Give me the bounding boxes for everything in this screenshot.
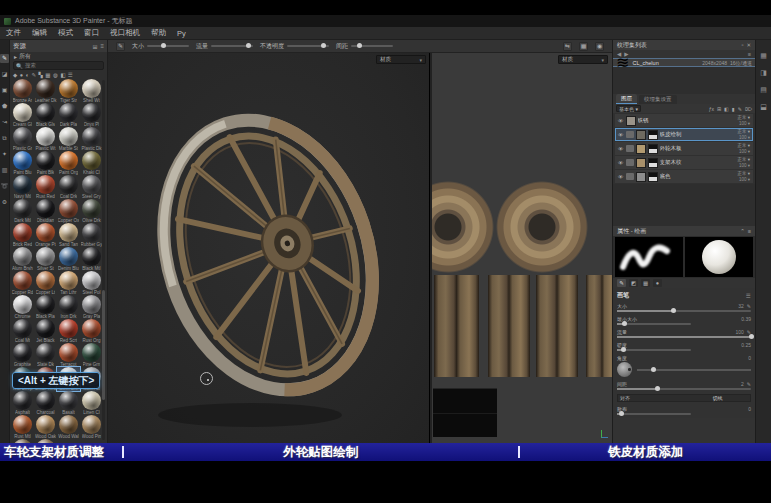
property-slider[interactable] (617, 323, 691, 325)
panel-close-icon[interactable]: ✕ (746, 42, 751, 48)
material-thumbnail[interactable]: Alum Brsh (11, 247, 34, 271)
toolbar-slider-track[interactable] (351, 45, 393, 47)
toolbar-slider-knob[interactable] (161, 43, 166, 48)
property-expression-icon[interactable]: ✎ (747, 303, 751, 309)
add-folder-icon[interactable]: ⊞ (717, 106, 721, 112)
material-thumbnail[interactable]: Slate Dk (34, 343, 57, 367)
material-thumbnail[interactable]: Basalt (57, 391, 80, 415)
material-thumbnail[interactable]: Linen Cl (80, 391, 103, 415)
display-dock-icon[interactable]: ◨ (760, 69, 767, 77)
material-thumbnail[interactable]: Dark Pla (57, 103, 80, 127)
stencil-tab-icon[interactable]: ▦ (641, 279, 650, 287)
add-fill-layer-icon[interactable]: ▮ (732, 106, 735, 112)
view-mode-dropdown-3d[interactable]: 材质 ▾ (376, 55, 426, 64)
projection-tool-icon[interactable]: ▣ (0, 86, 9, 95)
material-thumbnail[interactable]: Copper Ox (57, 199, 80, 223)
search-input[interactable]: 🔍 搜索 (13, 61, 104, 70)
material-thumbnail[interactable]: Leather Dk (34, 79, 57, 103)
material-thumbnail[interactable]: Rust Org (80, 319, 103, 343)
tab-layers[interactable]: 图层 (616, 94, 637, 104)
settings-tool-icon[interactable]: ⚙ (0, 198, 9, 207)
grid-icon[interactable]: ▦ (579, 42, 588, 51)
material-thumbnail[interactable]: Charcoal (34, 391, 57, 415)
material-thumbnail[interactable]: Wood Oak (34, 415, 57, 439)
add-effect-icon[interactable]: ƒx (709, 106, 714, 112)
filter-environments-icon[interactable]: ◍ (53, 72, 58, 78)
material-thumbnail[interactable]: Plastic Gr (11, 127, 34, 151)
material-thumbnail[interactable]: Brick Red (11, 223, 34, 247)
opacity-value[interactable]: 100 ▾ (739, 121, 750, 126)
toolbar-slider-track[interactable] (211, 45, 253, 47)
property-expression-icon[interactable]: ✎ (747, 381, 751, 387)
material-thumbnail[interactable]: Asphalt (11, 391, 34, 415)
blend-mode-dropdown[interactable]: 正常 ▾ (737, 143, 750, 148)
material-thumbnail[interactable]: Navy Mtl (11, 175, 34, 199)
material-thumbnail[interactable]: Sand Tan (57, 223, 80, 247)
material-thumbnail[interactable]: Copper Lt (34, 271, 57, 295)
angle-dial[interactable] (617, 362, 632, 377)
blend-mode-dropdown[interactable]: 正常 ▾ (737, 115, 750, 120)
material-thumbnail[interactable]: Black Pla (34, 295, 57, 319)
brush-preset-icon[interactable]: ✎ (116, 42, 125, 51)
material-thumbnail[interactable]: Jet Black (34, 319, 57, 343)
material-thumbnail[interactable]: Rust Red (34, 175, 57, 199)
viewport-3d[interactable]: 材质 ▾ (108, 53, 429, 443)
tab-texture-set-settings[interactable]: 纹理集设置 (639, 95, 677, 104)
visibility-eye-icon[interactable]: 👁 (618, 146, 624, 152)
material-thumbnail[interactable]: Wood Pin (80, 415, 103, 439)
opacity-value[interactable]: 100 ▾ (739, 177, 750, 182)
toolbar-slider-流量[interactable]: 流量 (196, 42, 253, 51)
material-thumbnail[interactable]: Black Mtl (80, 247, 103, 271)
assets-scrollbar-thumb[interactable] (102, 290, 105, 400)
delete-layer-icon[interactable]: ⌦ (745, 106, 752, 112)
material-thumbnail[interactable]: Plastic Dk (80, 127, 103, 151)
material-thumbnail[interactable]: Dark Mtl (11, 199, 34, 223)
material-thumbnail[interactable]: Terracot (57, 343, 80, 367)
menu-item-视口相机[interactable]: 视口相机 (110, 28, 140, 38)
layer-row[interactable]: 👁外轮木板正常 ▾100 ▾ (615, 142, 753, 155)
layer-row[interactable]: 👁铁皮绘制正常 ▾100 ▾ (615, 128, 753, 141)
camera-icon[interactable]: ◉ (595, 42, 604, 51)
property-slider[interactable] (617, 349, 691, 351)
toolbar-slider-不透明度[interactable]: 不透明度 (260, 42, 329, 51)
opacity-value[interactable]: 100 ▾ (739, 163, 750, 168)
material-thumbnail[interactable]: Marble St (57, 127, 80, 151)
material-thumbnail[interactable]: Paint Org (57, 151, 80, 175)
property-slider-knob[interactable] (749, 334, 754, 339)
material-thumbnail[interactable]: Chrome (11, 295, 34, 319)
material-picker-tool-icon[interactable]: ✦ (0, 150, 9, 159)
material-thumbnail[interactable]: Khaki Cl (80, 151, 103, 175)
view-mode-dropdown-2d[interactable]: 材质 ▾ (558, 55, 608, 64)
paint-tool-icon[interactable]: ✎ (0, 54, 9, 63)
material-thumbnail[interactable]: Iron Drk (57, 295, 80, 319)
material-thumbnail[interactable]: Steel Pol (80, 271, 103, 295)
filter-smart-materials-icon[interactable]: ◐ (26, 72, 29, 78)
filter-alphas-icon[interactable]: ▚ (39, 72, 43, 78)
add-mask-icon[interactable]: ◧ (724, 106, 729, 112)
material-thumbnail[interactable]: Rubber Gy (80, 223, 103, 247)
blend-mode-dropdown[interactable]: 正常 ▾ (737, 157, 750, 162)
polygon-fill-tool-icon[interactable]: ⬟ (0, 102, 9, 111)
material-thumbnail[interactable]: Denim Blu (57, 247, 80, 271)
material-thumbnail[interactable]: Plastic Wt (34, 127, 57, 151)
material-thumbnail[interactable]: Red Scrt (57, 319, 80, 343)
viewport-2d[interactable]: 材质 ▾ (430, 53, 612, 443)
material-thumbnail[interactable]: Shell Wt (80, 79, 103, 103)
property-slider-knob[interactable] (655, 386, 660, 391)
visibility-eye-icon[interactable]: 👁 (618, 118, 624, 124)
quick-mask-tool-icon[interactable]: ▥ (0, 166, 9, 175)
property-slider-knob[interactable] (619, 411, 624, 416)
material-thumbnail[interactable]: Obsidian (34, 199, 57, 223)
menu-item-编辑[interactable]: 编辑 (32, 28, 47, 38)
eraser-tool-icon[interactable]: ◪ (0, 70, 9, 79)
material-thumbnail[interactable]: Gray Pla (80, 295, 103, 319)
material-thumbnail[interactable]: Paint Blk (34, 151, 57, 175)
menu-item-窗口[interactable]: 窗口 (84, 28, 99, 38)
visibility-eye-icon[interactable]: 👁 (618, 132, 624, 138)
opacity-value[interactable]: 100 ▾ (739, 135, 750, 140)
blend-mode-dropdown[interactable]: 正常 ▾ (737, 129, 750, 134)
assets-menu-icon[interactable]: ≡ (100, 43, 104, 49)
property-slider-knob[interactable] (671, 308, 676, 313)
material-thumbnail[interactable]: Silver St (34, 247, 57, 271)
toolbar-slider-track[interactable] (147, 45, 189, 47)
